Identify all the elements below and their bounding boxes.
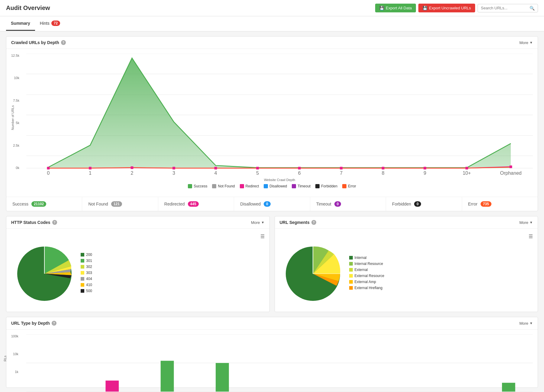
- url-segments-legend: Internal Internal Resource External: [349, 256, 385, 292]
- area-chart-svg: 0 1 2 3 4 5 6 7 8 9 10+ Orphaned: [26, 54, 533, 177]
- stat-success-value: 21102: [31, 201, 46, 207]
- svg-text:5: 5: [256, 170, 259, 176]
- legend-timeout-color: [292, 184, 296, 188]
- svg-text:2: 2: [131, 170, 134, 176]
- legend-internal: Internal: [349, 256, 385, 260]
- stat-disallowed[interactable]: Disallowed 0: [234, 197, 310, 211]
- area-chart-wrapper: 12.5k 10k 7.5k 5k 2.5k 0k: [11, 54, 533, 182]
- http-status-legend: 200 301 302 303: [81, 253, 92, 295]
- export-icon: 💾: [379, 6, 384, 10]
- legend-external-hreflang: External Hreflang: [349, 286, 385, 290]
- stat-error-label: Error: [468, 202, 478, 206]
- http-status-menu-icon[interactable]: ☰: [260, 234, 265, 239]
- url-type-depth-header: URL Type by Depth ? More ▼: [6, 317, 538, 330]
- http-status-header: HTTP Status Codes ? More ▼: [6, 216, 269, 229]
- legend-external: External: [349, 268, 385, 272]
- http-status-pie-container: 200 301 302 303: [11, 241, 265, 307]
- legend-200: 200: [81, 253, 92, 257]
- http-more-chevron-icon: ▼: [261, 221, 265, 224]
- url-segments-card: URL Segments ? More ▼ ☰: [275, 216, 538, 312]
- stat-disallowed-value: 0: [264, 201, 271, 207]
- export-all-button[interactable]: 💾 Export All Data: [375, 4, 416, 12]
- legend-success-color: [188, 184, 192, 188]
- tab-summary[interactable]: Summary: [6, 17, 35, 31]
- svg-text:10+: 10+: [463, 170, 471, 176]
- http-status-title: HTTP Status Codes ?: [11, 220, 57, 225]
- legend-error: Error: [342, 184, 356, 188]
- legend-forbidden: Forbidden: [315, 184, 337, 188]
- svg-text:6: 6: [298, 170, 301, 176]
- url-type-y-axis: 100k 10k 1k: [11, 334, 21, 374]
- svg-text:1: 1: [89, 170, 92, 176]
- svg-text:8: 8: [382, 170, 385, 176]
- svg-rect-9: [131, 166, 134, 169]
- legend-302: 302: [81, 265, 92, 269]
- success-area: [48, 58, 511, 168]
- export-uncrawled-button[interactable]: 💾 Export Uncrawled URLs: [418, 4, 475, 12]
- url-segments-more[interactable]: More ▼: [519, 220, 533, 225]
- stat-timeout-value: 0: [334, 201, 341, 207]
- svg-rect-12: [256, 167, 259, 170]
- crawled-urls-help-icon[interactable]: ?: [61, 40, 66, 45]
- stat-error-value: 735: [481, 201, 491, 207]
- svg-rect-10: [172, 167, 175, 170]
- http-status-more[interactable]: More ▼: [251, 220, 265, 225]
- tab-hints[interactable]: Hints 72: [35, 16, 65, 31]
- legend-410: 410: [81, 283, 92, 287]
- search-input[interactable]: [481, 6, 530, 10]
- legend-external-amp: External Amp: [349, 280, 385, 284]
- url-type-chevron-icon: ▼: [530, 321, 533, 325]
- svg-rect-13: [298, 167, 301, 170]
- stat-forbidden-label: Forbidden: [392, 202, 411, 206]
- stat-timeout[interactable]: Timeout 0: [310, 197, 386, 211]
- stat-redirected[interactable]: Redirected 445: [158, 197, 234, 211]
- svg-rect-16: [423, 167, 426, 170]
- search-box: 🔍: [478, 4, 538, 12]
- url-segments-menu-icon[interactable]: ☰: [529, 234, 533, 239]
- legend-404: 404: [81, 277, 92, 281]
- legend-disallowed: Disallowed: [264, 184, 287, 188]
- stat-redirected-value: 445: [188, 201, 199, 207]
- two-col-row: HTTP Status Codes ? More ▼ ☰: [6, 216, 538, 317]
- svg-rect-15: [382, 167, 385, 170]
- url-type-depth-help-icon[interactable]: ?: [52, 321, 56, 326]
- crawled-urls-more[interactable]: More ▼: [519, 40, 533, 45]
- more-chevron-icon: ▼: [530, 41, 533, 44]
- url-type-bar-chart: [26, 334, 533, 392]
- http-status-card: HTTP Status Codes ? More ▼ ☰: [6, 216, 270, 312]
- y-axis-label: Number of URLs: [11, 105, 14, 130]
- legend-forbidden-color: [315, 184, 320, 188]
- crawled-urls-title: Crawled URLs by Depth ?: [11, 40, 66, 45]
- crawled-urls-card: Crawled URLs by Depth ? More ▼ 12.5k 10k…: [6, 36, 538, 211]
- url-type-depth-body: 100k 10k 1k RLs: [6, 330, 538, 387]
- http-status-help-icon[interactable]: ?: [52, 220, 57, 225]
- stats-row: Success 21102 Not Found 121 Redirected 4…: [6, 197, 538, 211]
- legend-not-found: Not Found: [212, 184, 235, 188]
- legend-timeout: Timeout: [292, 184, 311, 188]
- url-segments-help-icon[interactable]: ?: [311, 220, 316, 225]
- stat-forbidden-value: 0: [414, 201, 421, 207]
- header: Audit Overview 💾 Export All Data 💾 Expor…: [0, 0, 544, 16]
- url-segments-pie: [283, 244, 343, 304]
- legend-redirect: Redirect: [240, 184, 259, 188]
- svg-rect-40: [161, 361, 174, 392]
- url-type-depth-more[interactable]: More ▼: [519, 321, 533, 326]
- legend-external-resource: External Resource: [349, 274, 385, 278]
- stat-forbidden[interactable]: Forbidden 0: [386, 197, 462, 211]
- main-content: Crawled URLs by Depth ? More ▼ 12.5k 10k…: [0, 31, 544, 392]
- stat-error[interactable]: Error 735: [462, 197, 538, 211]
- svg-text:0: 0: [47, 170, 50, 176]
- svg-rect-14: [340, 167, 343, 170]
- svg-text:Orphaned: Orphaned: [500, 170, 521, 176]
- svg-text:7: 7: [340, 170, 343, 176]
- legend-disallowed-color: [264, 184, 268, 188]
- legend-error-color: [342, 184, 346, 188]
- stat-not-found[interactable]: Not Found 121: [82, 197, 158, 211]
- search-icon: 🔍: [530, 6, 535, 11]
- legend-301: 301: [81, 259, 92, 263]
- url-type-depth-card: URL Type by Depth ? More ▼ 100k 10k 1k R…: [6, 317, 538, 388]
- http-status-body: ☰: [6, 229, 269, 312]
- stat-success[interactable]: Success 21102: [6, 197, 82, 211]
- tabs-bar: Summary Hints 72: [0, 16, 544, 31]
- legend-500: 500: [81, 289, 92, 293]
